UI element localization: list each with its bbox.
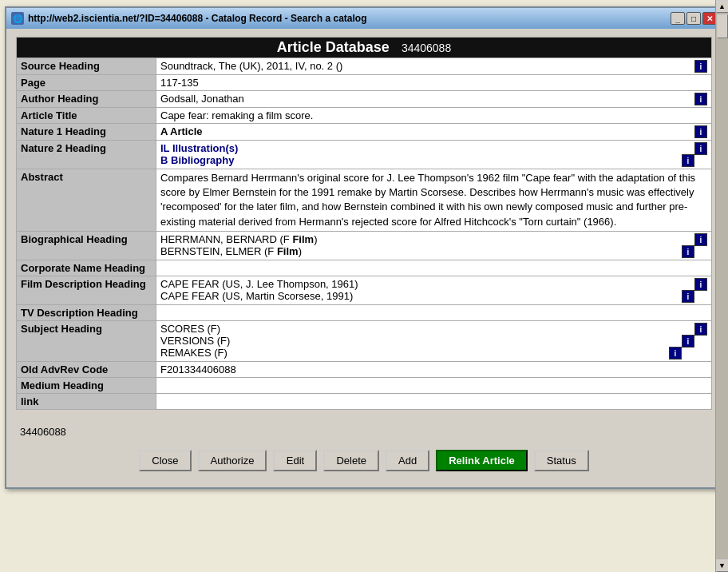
window-controls: _ □ ✕	[671, 12, 717, 25]
info-subject3[interactable]: i	[669, 347, 682, 359]
info-source-heading[interactable]: i	[694, 60, 707, 73]
table-row: Abstract Compares Bernard Herrmann's ori…	[17, 169, 712, 232]
info-subject2[interactable]: i	[682, 335, 694, 348]
table-row: Page 117-135	[17, 75, 712, 91]
button-row: Close Authorize Edit Delete Add Relink A…	[16, 450, 712, 479]
value-source-heading: Soundtrack, The (UK), 2011, IV, no. 2 ()…	[156, 58, 712, 75]
label-article-title: Article Title	[17, 108, 156, 124]
delete-button[interactable]: Delete	[323, 450, 379, 471]
value-nature2-heading: IL Illustration(s) i B Bibliography i	[156, 141, 712, 169]
info-nature2-il[interactable]: i	[694, 142, 707, 155]
label-tv-heading: TV Description Heading	[17, 304, 156, 320]
table-row: TV Description Heading	[17, 304, 712, 320]
label-author-heading: Author Heading	[17, 91, 156, 108]
table-row: Medium Heading	[17, 377, 712, 393]
table-row: Article Title Cape fear: remaking a film…	[17, 108, 712, 124]
info-film2[interactable]: i	[682, 290, 694, 303]
table-row: Source Heading Soundtrack, The (UK), 201…	[17, 58, 712, 75]
maximize-button[interactable]: □	[686, 12, 701, 25]
label-film-heading: Film Description Heading	[17, 276, 156, 304]
status-button[interactable]: Status	[534, 450, 589, 471]
label-medium-heading: Medium Heading	[17, 377, 156, 393]
label-subject-heading: Subject Heading	[17, 320, 156, 361]
footer-area: 34406088 Close Authorize Edit Delete Add…	[6, 418, 722, 487]
value-author-heading: Godsall, Jonathan i	[156, 91, 712, 108]
scroll-up-arrow[interactable]: ▲	[716, 0, 729, 13]
info-nature2-b[interactable]: i	[682, 154, 694, 167]
info-bio2[interactable]: i	[682, 245, 694, 258]
record-table: Article Database 34406088 Source Heading…	[16, 37, 712, 410]
title-bar: 🌐 http://web2.iscientia.net/?ID=34406088…	[6, 8, 722, 29]
table-row: Film Description Heading CAPE FEAR (US, …	[17, 276, 712, 304]
db-header-row: Article Database 34406088	[17, 38, 712, 58]
scroll-down-arrow[interactable]: ▼	[716, 559, 729, 572]
relink-article-button[interactable]: Relink Article	[436, 450, 528, 471]
label-page: Page	[17, 75, 156, 91]
table-row: link	[17, 393, 712, 409]
db-header: Article Database 34406088	[17, 38, 712, 58]
value-subject-heading: SCORES (F) i VERSIONS (F) i REMAKES (F) …	[156, 320, 712, 361]
label-link: link	[17, 393, 156, 409]
table-row: Author Heading Godsall, Jonathan i	[17, 91, 712, 108]
add-button[interactable]: Add	[386, 450, 429, 471]
value-film-heading: CAPE FEAR (US, J. Lee Thompson, 1961) i …	[156, 276, 712, 304]
label-abstract: Abstract	[17, 169, 156, 232]
value-abstract: Compares Bernard Herrmann's original sco…	[156, 169, 712, 232]
scroll-track[interactable]	[716, 13, 728, 559]
value-biographical-heading: HERRMANN, BERNARD (F Film) i BERNSTEIN, …	[156, 231, 712, 260]
authorize-button[interactable]: Authorize	[198, 450, 267, 471]
scrollbar: ▲ ▼	[715, 0, 728, 572]
info-film1[interactable]: i	[694, 278, 707, 291]
table-row: Nature 1 Heading A Article i	[17, 124, 712, 141]
info-bio1[interactable]: i	[694, 233, 707, 246]
value-page: 117-135	[156, 75, 712, 91]
info-nature1-heading[interactable]: i	[694, 125, 707, 138]
label-source-heading: Source Heading	[17, 58, 156, 75]
value-nature1-heading: A Article i	[156, 124, 712, 141]
label-biographical-heading: Biographical Heading	[17, 231, 156, 260]
table-row: Corporate Name Heading	[17, 260, 712, 276]
label-nature1-heading: Nature 1 Heading	[17, 124, 156, 141]
minimize-button[interactable]: _	[671, 12, 685, 25]
header-record-id: 34406088	[402, 42, 451, 54]
window-icon: 🌐	[11, 12, 24, 25]
value-tv-heading	[156, 304, 712, 320]
edit-button[interactable]: Edit	[273, 450, 317, 471]
info-subject1[interactable]: i	[694, 323, 707, 336]
value-link	[156, 393, 712, 409]
window-title: http://web2.iscientia.net/?ID=34406088 -…	[28, 13, 366, 24]
value-advrev-code: F201334406088	[156, 361, 712, 377]
table-row: Old AdvRev Code F201334406088	[17, 361, 712, 377]
info-author-heading[interactable]: i	[694, 93, 707, 105]
label-advrev-code: Old AdvRev Code	[17, 361, 156, 377]
label-corporate-heading: Corporate Name Heading	[17, 260, 156, 276]
table-row: Nature 2 Heading IL Illustration(s) i B …	[17, 141, 712, 169]
close-button[interactable]: Close	[139, 450, 191, 471]
value-article-title: Cape fear: remaking a film score.	[156, 108, 712, 124]
table-row: Biographical Heading HERRMANN, BERNARD (…	[17, 231, 712, 260]
table-row: Subject Heading SCORES (F) i VERSIONS (F…	[17, 320, 712, 361]
value-corporate-heading	[156, 260, 712, 276]
db-title: Article Database	[277, 39, 390, 55]
scroll-thumb[interactable]	[717, 14, 728, 38]
content-area: Article Database 34406088 Source Heading…	[6, 29, 722, 418]
value-medium-heading	[156, 377, 712, 393]
label-nature2-heading: Nature 2 Heading	[17, 141, 156, 169]
footer-record-id: 34406088	[16, 426, 712, 438]
